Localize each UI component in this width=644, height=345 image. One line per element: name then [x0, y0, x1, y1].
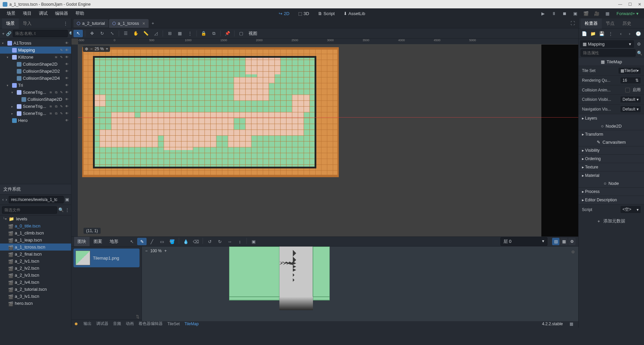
zoom-out[interactable]: −	[90, 47, 93, 51]
tile-rotate-ccw[interactable]: ↺	[205, 238, 214, 245]
fs-sort-icon[interactable]: ⋮	[65, 206, 69, 214]
fs-file[interactable]: 🎬a_1_leap.tscn	[0, 236, 71, 244]
tree-node[interactable]: CollisionShape2D👁	[0, 61, 71, 68]
scene-tab-1[interactable]: a_1_tcross ×	[109, 19, 149, 28]
menu-scene[interactable]: 场景	[3, 9, 19, 18]
section-process[interactable]: ▸ Process	[579, 187, 644, 196]
tree-node[interactable]: ▾Killzone≋✎👁	[0, 54, 71, 61]
play-scene-button[interactable]: 🎬	[582, 10, 590, 17]
tree-node[interactable]: ▸SceneTrig...≋⧉✎👁	[0, 103, 71, 110]
play-remote-button[interactable]: ▣	[572, 10, 579, 17]
tree-node[interactable]: ▸SceneTrig...≋⧉✎👁	[0, 110, 71, 117]
insp-back[interactable]: ‹	[617, 30, 625, 37]
fs-path-input[interactable]	[9, 196, 64, 203]
fs-file[interactable]: 🎬a_0_title.tscn	[0, 222, 71, 229]
group-tool[interactable]: ⧉	[209, 30, 218, 37]
tab-node[interactable]: 节点	[602, 18, 619, 28]
menu-editor[interactable]: 编辑器	[52, 9, 71, 18]
prop-cv-value[interactable]: Default ▾	[621, 96, 641, 102]
stop-button[interactable]: ⏹	[561, 10, 568, 17]
close-button[interactable]: ✕	[638, 2, 641, 7]
bone-tool[interactable]: 📌	[223, 30, 232, 37]
movie-button[interactable]: ▦	[604, 10, 611, 17]
prop-script-value[interactable]: <空> ▾	[621, 206, 641, 213]
status-audio[interactable]: 音频	[113, 321, 121, 327]
insp-load-icon[interactable]: 📁	[589, 30, 597, 37]
tree-node[interactable]: CollisionShape2D👁	[0, 96, 71, 103]
renderer-dropdown[interactable]: Forward+ ▾	[614, 10, 641, 17]
tab-import[interactable]: 导入	[19, 18, 36, 28]
fs-file[interactable]: 🎬a_2_lv3.tscn	[0, 272, 71, 279]
insp-menu-icon[interactable]: ⋮	[607, 30, 614, 37]
tile-picker-tool[interactable]: 💧	[181, 238, 191, 245]
insp-hist-icon[interactable]: 🕘	[635, 30, 642, 37]
tile-select-tool[interactable]: ↖	[127, 238, 137, 245]
pause-button[interactable]: ⏸	[550, 10, 557, 17]
fs-file[interactable]: 🎬a_2_final.tscn	[0, 251, 71, 258]
link-icon[interactable]: 🔗	[6, 30, 11, 37]
section-material[interactable]: ▸ Material	[579, 171, 644, 180]
section-editor-desc[interactable]: ▸ Editor Description	[579, 196, 644, 204]
insp-new-icon[interactable]: 📄	[581, 30, 588, 37]
insp-search-icon[interactable]: 🔍	[637, 49, 642, 57]
status-output[interactable]: 输出	[84, 321, 92, 327]
move-tool[interactable]: ✥	[87, 30, 97, 37]
status-shader[interactable]: 着色器编辑器	[139, 321, 163, 327]
tile-rotate-cw[interactable]: ↻	[215, 238, 224, 245]
section-visibility[interactable]: ▸ Visibility	[579, 146, 644, 154]
prop-cb[interactable]	[625, 88, 630, 92]
tree-node[interactable]: Mapping✎👁	[0, 47, 71, 54]
fs-file[interactable]: 🎬a_1_climb.tscn	[0, 229, 71, 236]
fs-fwd[interactable]: ›	[5, 196, 7, 203]
menu-debug[interactable]: 调试	[36, 9, 51, 18]
tile-flip-h[interactable]: ↔	[225, 238, 234, 245]
tree-node[interactable]: CollisionShape2D2👁	[0, 68, 71, 75]
layer-grid-icon[interactable]: ▦	[560, 238, 568, 245]
tile-random[interactable]: ▣	[249, 238, 258, 245]
add-tab[interactable]: +	[149, 20, 157, 27]
tree-node[interactable]: ▾Tri👁	[0, 82, 71, 89]
viewport[interactable]: -500050010001500200025003000350040004500…	[71, 39, 578, 236]
tile-tab-tiles[interactable]: 图块	[74, 237, 90, 246]
tile-zoom-out[interactable]: −	[145, 249, 148, 253]
tree-node[interactable]: ▾SceneTrig...≋⧉✎👁	[0, 89, 71, 96]
tile-paint-tool[interactable]: ✎	[137, 238, 147, 245]
tab-history[interactable]: 历史	[619, 18, 635, 28]
tile-flip-v[interactable]: ↕	[235, 238, 245, 245]
add-node-button[interactable]: +	[2, 30, 5, 37]
layer-highlight-icon[interactable]: ▤	[552, 238, 559, 245]
fullscreen-icon[interactable]: ⛶	[569, 20, 576, 27]
tab-inspector[interactable]: 检查器	[581, 18, 602, 28]
fs-file[interactable]: 🎬a_1_tcross.tscn	[0, 244, 71, 251]
scene-tab-0[interactable]: a_2_tutorial	[73, 19, 108, 27]
menu-project[interactable]: 项目	[19, 9, 35, 18]
section-ordering[interactable]: ▸ Ordering	[579, 154, 644, 163]
tile-line-tool[interactable]: ╱	[147, 238, 157, 245]
tree-node[interactable]: CollisionShape2D4👁	[0, 75, 71, 82]
tree-node[interactable]: ▾A1Tcross👁	[0, 40, 71, 47]
insp-save-icon[interactable]: 💾	[598, 30, 605, 37]
node-selector[interactable]: ▦ Mapping▾	[580, 40, 634, 48]
layer-settings-icon[interactable]: ⚙	[568, 238, 576, 245]
fs-file[interactable]: 🎬hero.tscn	[0, 300, 71, 307]
workspace-2d[interactable]: ↪ 2D	[275, 10, 293, 17]
minimize-button[interactable]: —	[618, 2, 622, 7]
tile-rect-tool[interactable]: ▭	[157, 238, 167, 245]
layer-dropdown[interactable]: 层 0▾	[500, 237, 547, 246]
view-dropdown[interactable]: 视图	[247, 30, 259, 37]
tree-node[interactable]: Hero👁	[0, 117, 71, 124]
prop-rq-value[interactable]: 16 ⇅	[621, 77, 641, 83]
rotate-tool[interactable]: ↻	[97, 30, 107, 37]
ruler-tool[interactable]: 📏	[141, 30, 151, 37]
tile-bucket-tool[interactable]: 🪣	[167, 238, 177, 245]
menu-help[interactable]: 帮助	[72, 9, 88, 18]
status-animation[interactable]: 动画	[126, 321, 134, 327]
play-custom-button[interactable]: 🎥	[593, 10, 600, 17]
section-texture[interactable]: ▸ Texture	[579, 163, 644, 171]
tile-eraser-tool[interactable]: ⌫	[191, 238, 201, 245]
tile-zoom-in[interactable]: +	[164, 249, 167, 253]
list-tool[interactable]: ☰	[121, 30, 130, 37]
tab-scene[interactable]: 场景	[2, 18, 19, 28]
snap-menu[interactable]: ⋮	[185, 30, 195, 37]
zoom-value[interactable]: 25 %	[95, 47, 104, 51]
